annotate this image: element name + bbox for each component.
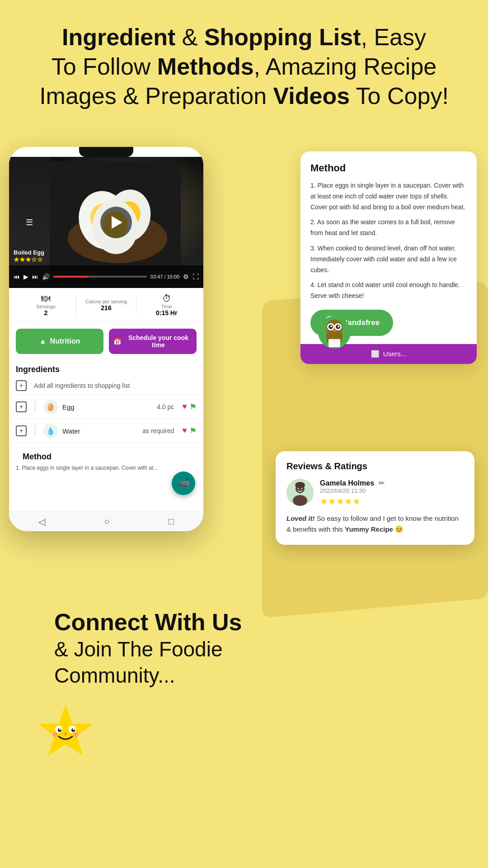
method-steps: 1. Place eggs in single layer in a sauce… <box>310 180 467 302</box>
egg-name: Egg <box>62 403 152 411</box>
settings-icon[interactable]: ⚙ <box>183 273 189 280</box>
reviewer-name: Gamela Holmes <box>320 479 374 487</box>
bottom-text: Connect With Us & Join The Foodie Commun… <box>27 590 269 698</box>
ingredient-divider <box>35 401 35 412</box>
ingredient-row-egg: + 🥚 Egg 4.0 pc ♥ ⚑ <box>9 395 203 419</box>
fullscreen-icon[interactable]: ⛶ <box>192 273 199 280</box>
bottom-line1: Connect With Us <box>54 609 242 635</box>
svg-point-26 <box>338 326 339 327</box>
star-mascot-container <box>36 702 452 763</box>
time-icon: ⏱ <box>162 293 171 304</box>
recipe-info-bar: 🍽 Servings 2 Calorie per serving 216 ⏱ T… <box>9 288 203 322</box>
method-preview-text: 1. Place eggs in single layer in a sauce… <box>16 464 197 472</box>
time-value: 0:15 Hr <box>156 309 177 316</box>
method-card-title: Method <box>310 162 467 174</box>
method-bottom-label: Users... <box>383 350 407 358</box>
method-preview-title: Method <box>16 448 197 464</box>
reviews-card: Reviews & Ratings <box>276 451 474 545</box>
header-ingredient: Ingredient <box>62 24 175 50</box>
nav-recent-btn[interactable]: □ <box>169 516 174 527</box>
add-shopping-row[interactable]: + Add all ingredients to shopping list <box>9 377 203 395</box>
calorie-label: Calorie per serving <box>85 299 127 304</box>
svg-point-44 <box>73 732 79 737</box>
video-section: ☰ Boiled Egg ★★★☆☆ ⏮ ▶ ⏭ 🔊 0 <box>9 157 203 288</box>
svg-point-35 <box>295 482 305 488</box>
skip-back-icon[interactable]: ⏮ <box>14 273 20 280</box>
egg-actions: ♥ ⚑ <box>182 402 197 412</box>
ingredients-title: Ingredients <box>9 360 203 377</box>
recipe-stars: ★★★☆☆ <box>14 256 44 263</box>
water-quantity: as required <box>142 427 174 434</box>
servings-icon: 🍽 <box>41 293 50 304</box>
water-heart-icon[interactable]: ♥ <box>182 426 187 436</box>
water-divider <box>35 425 35 436</box>
svg-point-43 <box>52 732 58 737</box>
copy-icon: ⬜ <box>371 350 380 358</box>
time-info: ⏱ Time 0:15 Hr <box>136 293 197 316</box>
review-emoji: 😊 <box>395 525 404 533</box>
review-highlight: Yummy Recipe <box>345 525 393 533</box>
header-text: Ingredient & Shopping List, Easy To Foll… <box>0 0 488 124</box>
method-step-4: 4. Let stand in cold water until cool en… <box>310 280 467 302</box>
svg-marker-36 <box>38 704 93 755</box>
svg-point-25 <box>330 326 332 327</box>
menu-icon[interactable]: ☰ <box>26 217 33 227</box>
reviews-title: Reviews & Ratings <box>286 461 464 472</box>
calorie-value: 216 <box>101 304 111 311</box>
svg-point-41 <box>59 728 61 730</box>
owl-mascot <box>316 314 352 352</box>
water-name: Water <box>62 427 138 435</box>
video-time: 03:47 / 10:00 <box>150 274 179 279</box>
method-step-2: 2. As soon as the water comes to a full … <box>310 217 467 239</box>
servings-label: Servings <box>36 304 56 309</box>
ingredient-row-water: + 💧 Water as required ♥ ⚑ <box>9 419 203 443</box>
egg-plus-btn[interactable]: + <box>16 401 27 412</box>
nav-back-btn[interactable]: ◁ <box>38 516 45 527</box>
add-shopping-label: Add all ingredients to shopping list <box>34 382 130 389</box>
skip-forward-icon[interactable]: ⏭ <box>32 273 38 280</box>
nutrition-icon: ▲ <box>39 337 47 345</box>
calendar-icon: 📅 <box>113 338 121 345</box>
add-plus-icon: + <box>16 380 27 391</box>
svg-point-32 <box>293 495 307 506</box>
star-mascot <box>36 702 95 761</box>
time-label: Time <box>161 304 172 309</box>
water-plus-btn[interactable]: + <box>16 425 27 436</box>
schedule-button[interactable]: 📅 Schedule your cook time <box>109 329 197 354</box>
reviewer-date: 2022/04/20 11:30 <box>320 487 464 494</box>
egg-flag-icon[interactable]: ⚑ <box>189 402 197 412</box>
video-controls-bar: ⏮ ▶ ⏭ 🔊 03:47 / 10:00 ⚙ ⛶ <box>9 265 203 288</box>
bottom-line3: Community... <box>54 664 175 687</box>
nav-home-btn[interactable]: ○ <box>104 516 109 527</box>
camera-fab[interactable]: 📹 <box>172 472 195 495</box>
phone-notch <box>79 147 133 157</box>
svg-point-45 <box>64 732 67 736</box>
water-actions: ♥ ⚑ <box>182 426 197 436</box>
egg-icon-circle: 🥚 <box>43 400 58 414</box>
water-icon-circle: 💧 <box>43 424 58 438</box>
reviewer-info: Gamela Holmes ✏ 2022/04/20 11:30 ★★★★★ <box>320 479 464 507</box>
play-button[interactable] <box>100 207 132 238</box>
calorie-info: Calorie per serving 216 <box>76 299 136 311</box>
edit-icon[interactable]: ✏ <box>379 479 385 487</box>
action-buttons: ▲ Nutrition 📅 Schedule your cook time <box>9 322 203 360</box>
reviewer-row: Gamela Holmes ✏ 2022/04/20 11:30 ★★★★★ <box>286 479 464 507</box>
servings-value: 2 <box>44 309 47 316</box>
progress-fill <box>53 276 89 278</box>
reviewer-avatar <box>286 479 314 506</box>
water-flag-icon[interactable]: ⚑ <box>189 426 197 436</box>
servings-info: 🍽 Servings 2 <box>16 293 76 316</box>
review-stars: ★★★★★ <box>320 496 464 507</box>
phone-navbar: ◁ ○ □ <box>9 511 203 531</box>
method-preview-section: Method 1. Place eggs in single layer in … <box>9 443 203 476</box>
volume-icon[interactable]: 🔊 <box>42 273 50 280</box>
nutrition-button[interactable]: ▲ Nutrition <box>16 329 103 354</box>
svg-point-42 <box>73 728 75 730</box>
bottom-line2: & Join The Foodie <box>54 637 223 661</box>
egg-quantity: 4.0 pc <box>157 403 174 410</box>
video-title-badge: Boiled Egg ★★★☆☆ <box>14 249 44 263</box>
egg-heart-icon[interactable]: ♥ <box>182 402 187 412</box>
progress-bar[interactable] <box>53 276 147 278</box>
schedule-label: Schedule your cook time <box>125 334 192 349</box>
play-pause-icon[interactable]: ▶ <box>23 273 28 280</box>
